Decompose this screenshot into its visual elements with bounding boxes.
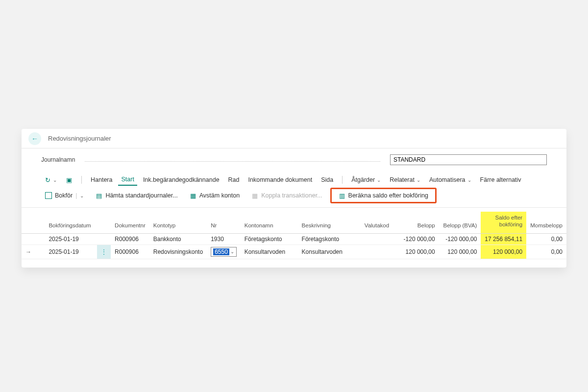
chevron-down-icon: ⌄ [467,177,471,183]
berakna-saldo-button[interactable]: ▥ Beräkna saldo efter bokföring [335,190,432,201]
open-in-new-icon-button[interactable]: ▣ [63,174,75,185]
cell-beskrivning[interactable]: Företagskonto [298,233,361,245]
koppla-trans-button: ▦ Koppla transaktioner... [247,190,326,201]
grid-wrap: Bokföringsdatum Dokumentnr Kontotyp Nr K… [22,208,566,268]
refresh-menu[interactable]: ↻ ⌄ [41,174,60,185]
col-bokforingsdatum[interactable]: Bokföringsdatum [45,212,97,233]
hamta-label: Hämta standardjournaler... [105,192,177,199]
refresh-icon: ↻ [44,176,51,183]
page-header: ← Redovisningsjournaler [22,129,566,148]
menu-relaterat[interactable]: Relaterat ⌄ [387,174,423,185]
cell-nr[interactable]: 1930 [207,233,241,245]
open-in-new-icon: ▣ [66,176,73,183]
cell-saldo-efter: 120 000,00 [481,245,526,259]
empty-row [22,259,566,268]
menu-automatisera[interactable]: Automatisera ⌄ [426,174,474,185]
cell-valutakod[interactable] [361,233,397,245]
journal-name-input[interactable] [390,154,547,165]
cell-belopp[interactable]: 120 000,00 [397,245,439,259]
reconcile-icon: ▦ [190,192,196,199]
download-journal-icon: ▤ [96,192,102,199]
chevron-down-icon: ⌄ [80,193,84,198]
cell-belopp[interactable]: -120 000,00 [397,233,439,245]
cell-bokforingsdatum[interactable]: 2025-01-19 [45,245,97,259]
cell-beskrivning[interactable]: Konsultarvoden [298,245,361,259]
calculate-icon: ▥ [339,192,345,199]
cell-saldo-efter: 17 256 854,11 [481,233,526,245]
active-row-arrow-icon: → [22,245,35,259]
cell-kontotyp[interactable]: Bankkonto [149,233,207,245]
apply-entries-icon: ▦ [251,192,258,199]
tab-rad[interactable]: Rad [225,174,243,185]
journal-name-label: Journalnamn [41,156,75,163]
koppla-label: Koppla transaktioner... [261,192,322,199]
col-kontonamn[interactable]: Kontonamn [241,212,298,233]
chevron-down-icon[interactable]: ⌄ [230,249,234,254]
dotted-fill [85,158,380,162]
ribbon-tabs: ↻ ⌄ ▣ Hantera Start Ink.begärandegodkänn… [22,171,566,186]
page-title: Redovisningsjournaler [48,135,111,142]
cell-dokumentnr[interactable]: R000906 [111,245,149,259]
tab-start[interactable]: Start [118,174,137,186]
journal-grid: Bokföringsdatum Dokumentnr Kontotyp Nr K… [22,212,566,268]
cell-bokforingsdatum[interactable]: 2025-01-19 [45,233,97,245]
avstam-label: Avstäm konton [199,192,240,199]
col-belopp[interactable]: Belopp [397,212,439,233]
cell-valutakod[interactable] [361,245,397,259]
nr-selected-value: 6550 [213,248,229,255]
cell-belopp-bva[interactable]: -120 000,00 [439,233,481,245]
menu-atgarder[interactable]: Åtgärder ⌄ [348,174,384,185]
bokfor-button[interactable]: Bokför | ⌄ [41,190,88,201]
cell-belopp-bva[interactable]: 120 000,00 [439,245,481,259]
chevron-down-icon: ⌄ [377,177,381,183]
post-icon [45,192,52,199]
journal-name-row: Journalnamn [22,148,566,171]
cell-kontotyp[interactable]: Redovisningskonto [149,245,207,259]
cell-kontonamn[interactable]: Företagskonto [241,233,298,245]
tab-hantera[interactable]: Hantera [88,174,115,185]
ribbon-actions: Bokför | ⌄ ▤ Hämta standardjournaler... … [22,186,566,208]
col-beskrivning[interactable]: Beskrivning [298,212,361,233]
berakna-label: Beräkna saldo efter bokföring [348,192,428,199]
tab-inkdok[interactable]: Inkommande dokument [245,174,316,185]
col-belopp-bva[interactable]: Belopp (BVA) [439,212,481,233]
col-nr[interactable]: Nr [207,212,241,233]
cell-momsbelopp[interactable]: 0,00 [526,233,566,245]
berakna-highlight: ▥ Beräkna saldo efter bokföring [330,188,437,203]
chevron-down-icon: ⌄ [416,177,420,183]
tab-inkbegar[interactable]: Ink.begärandegodkännande [140,174,222,185]
tab-sida[interactable]: Sida [318,174,336,185]
separator [342,176,343,184]
cell-dokumentnr[interactable]: R000906 [111,233,149,245]
chevron-down-icon: ⌄ [53,177,57,183]
col-valutakod[interactable]: Valutakod [361,212,397,233]
menu-atgarder-label: Åtgärder [351,176,375,183]
col-momsbelopp[interactable]: Momsbelopp [526,212,566,233]
cell-kontonamn[interactable]: Konsultarvoden [241,245,298,259]
cell-momsbelopp[interactable]: 0,00 [526,245,566,259]
col-saldo-efter[interactable]: Saldo efter bokföring [481,212,526,233]
table-row[interactable]: 2025-01-19 R000906 Bankkonto 1930 Företa… [22,233,566,245]
back-button[interactable]: ← [28,132,41,145]
menu-automatisera-label: Automatisera [429,176,466,183]
table-row[interactable]: → 2025-01-19 ⋮ R000906 Redovisningskonto… [22,245,566,259]
avstam-konton-button[interactable]: ▦ Avstäm konton [186,190,244,201]
fewer-options[interactable]: Färre alternativ [477,174,524,185]
col-dokumentnr[interactable]: Dokumentnr [111,212,149,233]
separator [81,176,82,184]
cell-nr-editor[interactable]: 6550 ⌄ [207,245,241,259]
journal-card: ← Redovisningsjournaler Journalnamn ↻ ⌄ … [22,129,566,268]
arrow-left-icon: ← [31,135,38,143]
row-menu-button[interactable]: ⋮ [97,245,111,259]
grid-header-row: Bokföringsdatum Dokumentnr Kontotyp Nr K… [22,212,566,233]
hamta-standard-button[interactable]: ▤ Hämta standardjournaler... [92,190,181,201]
bokfor-label: Bokför [55,192,73,199]
menu-relaterat-label: Relaterat [390,176,415,183]
col-kontotyp[interactable]: Kontotyp [149,212,207,233]
